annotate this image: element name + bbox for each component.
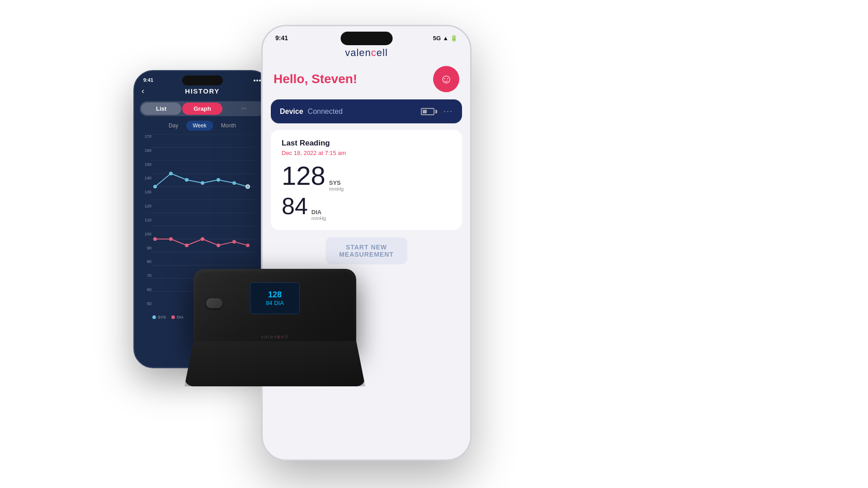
svg-point-22	[185, 244, 189, 247]
battery-status-icon: 🔋	[450, 35, 458, 42]
reading-title: Last Reading	[282, 139, 451, 148]
chart-legend: SYS DIA	[152, 315, 184, 319]
dia-unit: mmHg	[311, 216, 326, 221]
svg-point-23	[201, 237, 204, 241]
back-phone-header: ‹ HISTORY	[134, 84, 270, 99]
svg-point-16	[201, 181, 204, 185]
device-screen-value1: 128	[268, 290, 282, 300]
back-phone-time: 9:41	[143, 77, 153, 83]
logo-accent: c	[371, 47, 377, 58]
legend-sys-label: SYS	[158, 315, 166, 319]
period-day[interactable]: Day	[162, 121, 184, 131]
scene: 9:41 ●●● ‹ HISTORY List Graph ⋯ Day Week…	[0, 0, 868, 488]
avatar[interactable]: ☺	[433, 66, 459, 92]
device-card: Device Connected ···	[271, 99, 462, 123]
sys-unit: mmHg	[329, 186, 344, 192]
device-body: 128 84 DIA valencell	[193, 269, 356, 350]
svg-point-20	[153, 237, 157, 241]
sys-label: SYS	[329, 179, 344, 186]
tab-list[interactable]: List	[141, 103, 181, 115]
greeting-row: Hello, Steven! ☺	[263, 63, 470, 99]
battery-icon	[421, 108, 437, 115]
battery-body	[421, 108, 434, 115]
svg-point-15	[185, 178, 189, 182]
device-right: ···	[421, 107, 453, 116]
svg-point-24	[217, 244, 220, 247]
app-header: valencell	[263, 43, 470, 63]
device-screen: 128 84 DIA	[250, 282, 300, 314]
device-power-button[interactable]	[206, 298, 222, 308]
period-month[interactable]: Month	[215, 121, 242, 131]
svg-point-14	[169, 172, 173, 175]
svg-point-17	[217, 178, 220, 182]
device-status: Connected	[308, 108, 343, 116]
svg-point-13	[153, 185, 157, 188]
period-week[interactable]: Week	[186, 121, 212, 131]
svg-point-26	[246, 244, 250, 247]
back-phone-signal: ●●●	[253, 78, 261, 83]
dia-label: DIA	[311, 209, 326, 216]
bp-device: 128 84 DIA valencell valencell	[180, 255, 370, 418]
readings-row: 128 SYS mmHg 84 DIA mmHg	[282, 163, 451, 221]
legend-dia-dot	[171, 315, 175, 319]
svg-point-25	[232, 240, 236, 244]
signal-bars-icon: ▲	[443, 35, 448, 42]
front-phone-notch	[340, 32, 392, 45]
reading-date: Dec 18, 2022 at 7:15 am	[282, 150, 451, 156]
avatar-icon: ☺	[440, 72, 453, 86]
svg-point-21	[169, 237, 173, 241]
back-arrow-icon[interactable]: ‹	[142, 86, 144, 96]
tab-bar: List Graph ⋯	[140, 101, 265, 116]
dia-meta: DIA mmHg	[311, 209, 326, 221]
greeting-text: Hello, Steven!	[274, 72, 357, 86]
legend-sys: SYS	[152, 315, 166, 319]
reading-card: Last Reading Dec 18, 2022 at 7:15 am 128…	[271, 130, 462, 230]
legend-sys-dot	[152, 315, 156, 319]
dia-value: 84	[282, 194, 308, 218]
device-brand-label: valencell	[261, 334, 289, 339]
front-phone-time: 9:41	[275, 34, 288, 42]
history-title: HISTORY	[185, 87, 219, 95]
valencell-logo: valencell	[345, 47, 388, 59]
back-phone-notch	[182, 75, 223, 85]
device-label: Device	[280, 108, 303, 116]
sys-reading: 128 SYS mmHg	[282, 163, 451, 192]
battery-fill	[423, 110, 427, 113]
period-bar: Day Week Month	[140, 121, 265, 131]
device-screen-value2: 84 DIA	[266, 300, 284, 306]
more-options-button[interactable]: ···	[443, 107, 453, 116]
svg-point-18	[232, 181, 236, 185]
signal-label: 5G	[433, 35, 441, 42]
tab-graph[interactable]: Graph	[182, 103, 222, 115]
sys-value: 128	[282, 163, 326, 189]
battery-tip	[435, 110, 437, 113]
device-base: valencell	[184, 341, 365, 386]
sys-meta: SYS mmHg	[329, 179, 344, 192]
svg-point-19	[246, 185, 250, 188]
tab-extra[interactable]: ⋯	[223, 103, 264, 115]
dia-reading: 84 DIA mmHg	[282, 194, 451, 221]
status-right: 5G ▲ 🔋	[433, 35, 458, 42]
device-info: Device Connected	[280, 108, 343, 116]
